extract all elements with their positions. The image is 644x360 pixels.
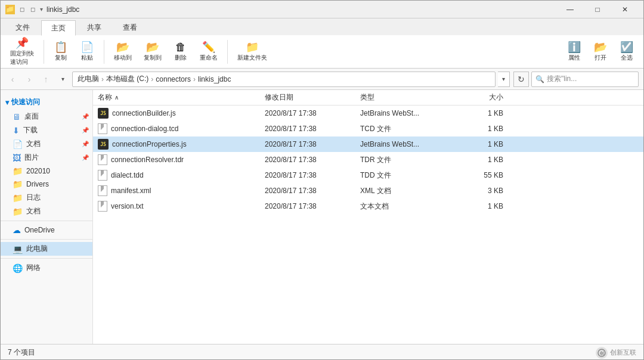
watermark-logo: 创 bbox=[596, 347, 608, 359]
desktop-label: 桌面 bbox=[24, 111, 39, 122]
open-button[interactable]: 📂 打开 bbox=[589, 39, 612, 64]
window-title: linkis_jdbc bbox=[47, 5, 556, 14]
new-folder-icon: 📁 bbox=[246, 42, 259, 52]
move-to-button[interactable]: 📂 移动到 bbox=[109, 39, 137, 64]
search-placeholder: 搜索"lin... bbox=[547, 74, 577, 84]
main-area: ▾ 快速访问 🖥 桌面 📌 ⬇ 下载 📌 📄 文档 📌 🖼 图片 📌 📁 202… bbox=[1, 90, 643, 344]
properties-label: 属性 bbox=[568, 54, 580, 62]
watermark: 创 创新互联 bbox=[596, 347, 636, 359]
generic-file-icon bbox=[98, 185, 107, 196]
file-size-cell: 1 KB bbox=[456, 125, 503, 133]
new-folder-label: 新建文件夹 bbox=[237, 54, 267, 62]
close-button[interactable]: ✕ bbox=[611, 1, 639, 18]
status-right: 创 创新互联 bbox=[596, 347, 636, 359]
ribbon-divider bbox=[44, 40, 44, 64]
sidebar-item-download[interactable]: ⬇ 下载 📌 bbox=[1, 123, 92, 137]
table-row[interactable]: connectionResolver.tdr 2020/8/17 17:38 T… bbox=[93, 152, 643, 167]
sidebar-item-202010[interactable]: 📁 202010 bbox=[1, 165, 92, 178]
title-icons: ◻ ◻ ▾ bbox=[17, 5, 43, 14]
pin-quick-access-button[interactable]: 📌 固定到快速访问 bbox=[5, 35, 39, 69]
paste-button[interactable]: 📄 粘贴 bbox=[75, 39, 99, 64]
sidebar-divider3 bbox=[1, 258, 92, 259]
minimize-button[interactable]: — bbox=[556, 1, 584, 18]
address-dropdown-button[interactable]: ▾ bbox=[498, 72, 510, 87]
pin-marker2: 📌 bbox=[82, 127, 89, 134]
file-name: version.txt bbox=[111, 202, 144, 210]
sidebar-item-network[interactable]: 🌐 网络 bbox=[1, 261, 92, 275]
col-header-date[interactable]: 修改日期 bbox=[265, 92, 360, 103]
tab-file[interactable]: 文件 bbox=[5, 20, 40, 35]
sidebar-item-docs[interactable]: 📄 文档 📌 bbox=[1, 137, 92, 151]
back-button[interactable]: ‹ bbox=[5, 72, 20, 86]
202010-label: 202010 bbox=[26, 167, 50, 175]
tab-home[interactable]: 主页 bbox=[41, 20, 76, 36]
table-row[interactable]: dialect.tdd 2020/8/17 17:38 TDD 文件 55 KB bbox=[93, 167, 643, 183]
file-date-cell: 2020/8/17 17:38 bbox=[265, 187, 360, 195]
copy-to-icon: 📂 bbox=[146, 42, 159, 52]
sidebar-item-logs[interactable]: 📁 日志 bbox=[1, 191, 92, 204]
properties-icon: ℹ️ bbox=[568, 42, 581, 52]
document2-label: 文档 bbox=[26, 206, 41, 216]
new-folder-button[interactable]: 📁 新建文件夹 bbox=[233, 39, 272, 64]
table-row[interactable]: connection-dialog.tcd 2020/8/17 17:38 TC… bbox=[93, 121, 643, 136]
sidebar-item-thispc[interactable]: 💻 此电脑 bbox=[1, 242, 92, 256]
address-path[interactable]: 此电脑 › 本地磁盘 (C:) › connectors › linkis_jd… bbox=[72, 72, 496, 87]
rename-label: 重命名 bbox=[200, 54, 218, 62]
file-name: connectionProperties.js bbox=[112, 140, 187, 148]
select-label: 全选 bbox=[621, 54, 633, 62]
copy-to-label: 复制到 bbox=[144, 54, 162, 62]
sidebar: ▾ 快速访问 🖥 桌面 📌 ⬇ 下载 📌 📄 文档 📌 🖼 图片 📌 📁 202… bbox=[1, 90, 93, 344]
table-row[interactable]: version.txt 2020/8/17 17:38 文本文档 1 KB bbox=[93, 198, 643, 214]
file-name: dialect.tdd bbox=[111, 171, 144, 179]
file-date-cell: 2020/8/17 17:38 bbox=[265, 109, 360, 117]
properties-button[interactable]: ℹ️ 属性 bbox=[562, 39, 586, 64]
copy-button[interactable]: 📋 复制 bbox=[49, 39, 73, 64]
quick-access-header[interactable]: ▾ 快速访问 bbox=[1, 95, 92, 110]
sidebar-item-pictures[interactable]: 🖼 图片 📌 bbox=[1, 151, 92, 165]
delete-icon: 🗑 bbox=[175, 42, 186, 52]
file-list: JS connectionBuilder.js 2020/8/17 17:38 … bbox=[93, 105, 643, 214]
copy-to-button[interactable]: 📂 复制到 bbox=[139, 39, 166, 64]
delete-button[interactable]: 🗑 删除 bbox=[169, 39, 193, 64]
col-header-size[interactable]: 大小 bbox=[456, 92, 503, 103]
pin-marker3: 📌 bbox=[82, 141, 89, 147]
ribbon-divider3 bbox=[227, 40, 228, 64]
select-all-button[interactable]: ☑️ 全选 bbox=[615, 39, 639, 64]
recent-button[interactable]: ▾ bbox=[55, 72, 70, 86]
sidebar-item-drivers[interactable]: 📁 Drivers bbox=[1, 178, 92, 191]
sidebar-item-desktop[interactable]: 🖥 桌面 📌 bbox=[1, 110, 92, 123]
pc-icon: 💻 bbox=[13, 244, 23, 254]
watermark-text: 创新互联 bbox=[610, 348, 636, 357]
rename-icon: ✏️ bbox=[202, 42, 215, 52]
refresh-button[interactable]: ↻ bbox=[513, 72, 529, 87]
col-header-name[interactable]: 名称 ∧ bbox=[98, 92, 265, 103]
file-name-cell: JS connectionBuilder.js bbox=[98, 108, 265, 119]
sidebar-item-onedrive[interactable]: ☁ OneDrive bbox=[1, 224, 92, 237]
file-name: connectionResolver.tdr bbox=[111, 156, 184, 164]
folder-icon-doc2: 📁 bbox=[13, 207, 23, 216]
js-file-icon: JS bbox=[98, 108, 109, 119]
forward-button[interactable]: › bbox=[22, 72, 36, 86]
quick-access-label: 快速访问 bbox=[11, 97, 40, 107]
sort-arrow: ∧ bbox=[114, 94, 119, 101]
path-part-disk: 本地磁盘 (C:) bbox=[106, 74, 148, 84]
up-button[interactable]: ↑ bbox=[39, 72, 53, 86]
copy-icon: 📋 bbox=[54, 42, 67, 52]
file-date-cell: 2020/8/17 17:38 bbox=[265, 202, 360, 210]
sidebar-item-document2[interactable]: 📁 文档 bbox=[1, 204, 92, 218]
tab-view[interactable]: 查看 bbox=[113, 20, 147, 35]
file-date-cell: 2020/8/17 17:38 bbox=[265, 171, 360, 179]
maximize-button[interactable]: □ bbox=[584, 1, 611, 18]
sidebar-divider2 bbox=[1, 239, 92, 240]
window-icon: 📁 bbox=[5, 5, 15, 14]
table-row[interactable]: JS connectionBuilder.js 2020/8/17 17:38 … bbox=[93, 105, 643, 121]
search-box[interactable]: 🔍 搜索"lin... bbox=[531, 72, 639, 87]
rename-button[interactable]: ✏️ 重命名 bbox=[195, 39, 222, 64]
table-row[interactable]: manifest.xml 2020/8/17 17:38 XML 文档 3 KB bbox=[93, 183, 643, 198]
open-icon: 📂 bbox=[594, 42, 607, 52]
table-row[interactable]: JS connectionProperties.js 2020/8/17 17:… bbox=[93, 136, 643, 152]
file-name: connection-dialog.tcd bbox=[111, 125, 178, 133]
file-name-cell: connection-dialog.tcd bbox=[98, 123, 265, 134]
tab-share[interactable]: 共享 bbox=[77, 20, 112, 35]
col-header-type[interactable]: 类型 bbox=[360, 92, 456, 103]
